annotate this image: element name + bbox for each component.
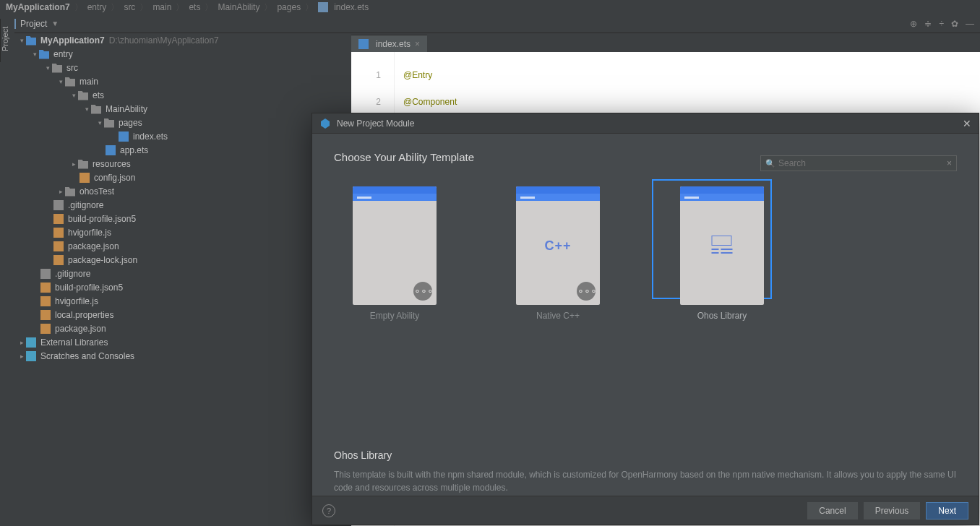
dialog-footer: ? Cancel Previous Next xyxy=(312,496,979,525)
tree-scratches[interactable]: ▸Scratches and Consoles xyxy=(14,349,351,363)
tree-file[interactable]: build-profile.json5 xyxy=(14,212,351,225)
tree-item[interactable]: ▾ets xyxy=(14,88,351,102)
file-icon xyxy=(358,39,369,49)
crumb[interactable]: entry xyxy=(87,2,107,12)
gear-icon[interactable]: ✿ xyxy=(951,19,958,29)
tree-file[interactable]: local.properties xyxy=(14,308,351,322)
search-input[interactable] xyxy=(778,158,947,168)
tree-file[interactable]: index.ets xyxy=(14,129,351,143)
template-label: Native C++ xyxy=(516,311,600,321)
close-icon[interactable]: ✕ xyxy=(963,118,971,129)
hide-icon[interactable]: — xyxy=(966,19,974,29)
editor-tab-index[interactable]: index.ets × xyxy=(351,35,427,52)
close-icon[interactable]: × xyxy=(415,39,420,49)
template-native-cpp[interactable]: C++⚬⚬⚬ Native C++ xyxy=(516,186,600,321)
tree-file[interactable]: package.json xyxy=(14,239,351,253)
tree-item[interactable]: ▾entry xyxy=(14,47,351,61)
collapse-icon[interactable]: ÷ xyxy=(939,19,944,29)
project-tool-tab[interactable]: Project xyxy=(0,19,14,62)
description-text: This template is built with the npm shar… xyxy=(334,468,957,494)
project-tree[interactable]: ▾MyApplication7D:\zhuomian\MyApplication… xyxy=(14,33,351,526)
tree-root[interactable]: ▾MyApplication7D:\zhuomian\MyApplication… xyxy=(14,33,351,47)
tree-item[interactable]: ▾main xyxy=(14,74,351,88)
crumb[interactable]: src xyxy=(124,2,135,12)
clear-icon[interactable]: × xyxy=(947,158,952,168)
tree-file[interactable]: build-profile.json5 xyxy=(14,280,351,294)
library-icon xyxy=(712,236,733,256)
editor-tabs: index.ets × xyxy=(351,33,980,52)
dialog-title: New Project Module xyxy=(337,118,963,129)
tree-file[interactable]: package-lock.json xyxy=(14,253,351,267)
help-icon[interactable]: ? xyxy=(322,504,335,517)
template-label: Ohos Library xyxy=(662,311,782,321)
tree-item[interactable]: ▾pages xyxy=(14,116,351,129)
ability-badge-icon: ⚬⚬⚬ xyxy=(413,282,432,301)
ability-badge-icon: ⚬⚬⚬ xyxy=(577,282,596,301)
target-icon[interactable]: ⊕ xyxy=(910,19,917,29)
tree-file[interactable]: hvigorfile.js xyxy=(14,225,351,239)
next-button[interactable]: Next xyxy=(926,502,968,519)
dialog-titlebar[interactable]: New Project Module ✕ xyxy=(312,113,979,134)
new-module-dialog: New Project Module ✕ Choose Your Ability… xyxy=(311,113,979,525)
template-search[interactable]: 🔍 × xyxy=(760,155,957,171)
tree-file[interactable]: .gitignore xyxy=(14,267,351,280)
chevron-down-icon[interactable]: ▼ xyxy=(51,20,59,27)
description-title: Ohos Library xyxy=(334,449,957,461)
cpp-icon: C++ xyxy=(544,238,571,254)
tree-item[interactable]: ▾MainAbility xyxy=(14,102,351,116)
crumb-root[interactable]: MyApplication7 xyxy=(6,2,70,12)
cancel-button[interactable]: Cancel xyxy=(807,502,857,519)
project-dropdown[interactable]: Project xyxy=(20,19,47,29)
file-icon xyxy=(318,2,328,12)
template-ohos-library[interactable]: Ohos Library xyxy=(662,186,782,321)
crumb-file[interactable]: index.ets xyxy=(334,2,369,12)
tree-file[interactable]: config.json xyxy=(14,171,351,184)
crumb[interactable]: MainAbility xyxy=(218,2,259,12)
template-label: Empty Ability xyxy=(353,311,437,321)
project-toolbar: Project ▼ ⊕ ≑ ÷ ✿ — xyxy=(0,14,980,33)
tree-item[interactable]: ▸ohosTest xyxy=(14,184,351,198)
tree-item[interactable]: ▸resources xyxy=(14,157,351,171)
search-icon: 🔍 xyxy=(765,159,775,168)
crumb[interactable]: pages xyxy=(277,2,301,12)
tree-external[interactable]: ▸External Libraries xyxy=(14,335,351,349)
tree-file[interactable]: package.json xyxy=(14,322,351,335)
tree-file[interactable]: .gitignore xyxy=(14,198,351,212)
tree-file[interactable]: hvigorfile.js xyxy=(14,294,351,308)
breadcrumb: MyApplication7〉 entry〉 src〉 main〉 ets〉 M… xyxy=(0,0,980,14)
template-empty-ability[interactable]: ⚬⚬⚬ Empty Ability xyxy=(353,186,437,321)
tree-item[interactable]: ▾src xyxy=(14,61,351,74)
expand-icon[interactable]: ≑ xyxy=(924,19,932,29)
previous-button[interactable]: Previous xyxy=(864,502,921,519)
tree-file[interactable]: app.ets xyxy=(14,143,351,157)
crumb[interactable]: main xyxy=(152,2,171,12)
app-icon xyxy=(319,118,331,129)
tab-label: index.ets xyxy=(376,39,411,49)
crumb[interactable]: ets xyxy=(189,2,200,12)
